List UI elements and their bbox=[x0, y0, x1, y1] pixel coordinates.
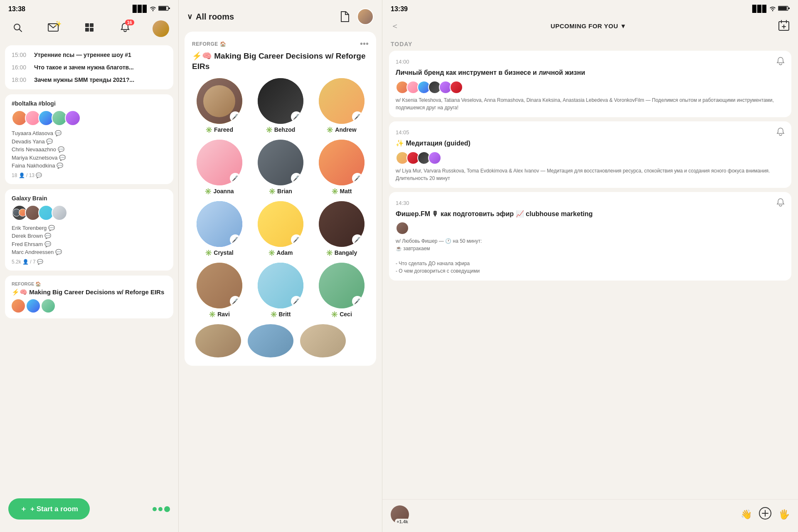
right-time: 13:39 bbox=[391, 5, 408, 13]
speaker-behzod[interactable]: 🎤 ✳️ Behzod bbox=[253, 78, 308, 133]
speaker-name-behzod: ✳️ Behzod bbox=[266, 126, 296, 133]
room-club-name: REFORGE 🏠 bbox=[192, 41, 226, 47]
calendar-add-button[interactable] bbox=[778, 20, 790, 32]
left-bottom-bar: ＋ + Start a room bbox=[0, 492, 178, 532]
bell-icon-event-2[interactable] bbox=[776, 127, 785, 138]
schedule-item[interactable]: 18:00 Зачем нужны SMM тренды 2021?... bbox=[5, 74, 173, 86]
upcoming-title-button[interactable]: UPCOMING FOR YOU ▼ bbox=[551, 22, 627, 30]
hand-button[interactable]: 🖐 bbox=[778, 509, 790, 520]
speaker-ceci[interactable]: 🎤 ✳️ Ceci bbox=[314, 263, 369, 318]
speaker-name-joanna: ✳️ Joanna bbox=[204, 188, 234, 195]
speaker-brian[interactable]: 🎤 ✳️ Brian bbox=[253, 140, 308, 195]
plus-button[interactable] bbox=[759, 507, 772, 522]
start-room-button[interactable]: ＋ + Start a room bbox=[8, 498, 90, 520]
svg-rect-2 bbox=[169, 7, 170, 9]
boltalka-title: #boltalka #blogi bbox=[12, 100, 167, 107]
left-avatar[interactable] bbox=[152, 20, 170, 38]
schedule-item[interactable]: 15:00 Утренние псы — утреннее шоу #1 bbox=[5, 49, 173, 61]
middle-panel: ∨ All rooms REFORGE 🏠 ••• ⚡🧠 Making Big … bbox=[179, 0, 382, 532]
mic-icon: 🎤 bbox=[291, 296, 302, 307]
speakers-grid: 🎤 ✳️ Fareed 🎤 ✳️ Behzod bbox=[192, 78, 369, 318]
event-title-1: Личный бренд как инструмент в бизнесе и … bbox=[396, 69, 785, 77]
search-button[interactable] bbox=[8, 20, 27, 38]
reforge-room-title: ⚡🧠 Making Big Career Decisions w/ Reforg… bbox=[12, 288, 167, 296]
bell-icon-event-3[interactable] bbox=[776, 198, 785, 208]
wifi-icon bbox=[149, 5, 157, 13]
schedule-item[interactable]: 16:00 Что такое и зачем нужна благотв... bbox=[5, 61, 173, 74]
event-desc-1: w/ Ksenia Teleshova, Tatiana Veselova, A… bbox=[396, 96, 785, 111]
event-card-3[interactable]: 14:30 Фишер.FM 🎙 как подготовить эфир 📈 … bbox=[389, 192, 791, 281]
event-card-1[interactable]: 14:00 Личный бренд как инструмент в бизн… bbox=[389, 51, 791, 117]
mail-button[interactable]: ✨ bbox=[44, 20, 62, 38]
start-room-label: + Start a room bbox=[30, 505, 78, 513]
room-card[interactable]: REFORGE 🏠 ••• ⚡🧠 Making Big Career Decis… bbox=[185, 32, 376, 366]
speaker-crystal[interactable]: 🎤 ✳️ Crystal bbox=[192, 201, 246, 256]
speaker-extra-2 bbox=[248, 324, 293, 357]
svg-rect-1 bbox=[159, 7, 166, 10]
galaxy-title: Galaxy Brain bbox=[12, 195, 167, 202]
event-card-2[interactable]: 14:05 ✨ Медитация (guided) w/ Liya Mur, … bbox=[389, 121, 791, 188]
right-signal-icon: ▊▊▊ bbox=[752, 5, 767, 13]
boltalka-avatars bbox=[12, 110, 167, 126]
speaker-name-ceci: ✳️ Ceci bbox=[331, 311, 352, 318]
svg-rect-11 bbox=[778, 7, 787, 10]
galaxy-names: Erik Torenberg 💬 Derek Brown 💬 Fred Ehrs… bbox=[12, 224, 167, 256]
dots-menu[interactable] bbox=[153, 506, 170, 512]
boltalka-names: Tuyaara Atlasova 💬 Devadis Yana 💬 Chris … bbox=[12, 129, 167, 170]
speaker-fareed[interactable]: 🎤 ✳️ Fareed bbox=[192, 78, 246, 133]
event-time-2: 14:05 bbox=[396, 127, 785, 138]
left-panel: 13:38 ▊▊▊ ✨ bbox=[0, 0, 179, 532]
event-title-2: ✨ Медитация (guided) bbox=[396, 139, 785, 148]
schedule-time-2: 16:00 bbox=[12, 64, 29, 71]
speaker-joanna[interactable]: 🎤 ✳️ Joanna bbox=[192, 140, 246, 195]
reforge-avatars bbox=[12, 299, 167, 313]
speaker-bangaly[interactable]: 🎤 ✳️ Bangaly bbox=[314, 201, 369, 256]
all-rooms-button[interactable]: ∨ All rooms bbox=[187, 12, 234, 22]
reforge-preview-card[interactable]: REFORGE 🏠 ⚡🧠 Making Big Career Decisions… bbox=[5, 276, 173, 318]
speaker-adam[interactable]: 🎤 ✳️ Adam bbox=[253, 201, 308, 256]
left-status-icons: ▊▊▊ bbox=[133, 5, 170, 13]
middle-avatar[interactable] bbox=[357, 8, 374, 25]
event-desc-3: w/ Любовь Фишер — 🕐 на 50 минут: ☕ завтр… bbox=[396, 237, 785, 275]
bell-button[interactable]: 16 bbox=[116, 20, 134, 38]
speaker-ravi[interactable]: 🎤 ✳️ Ravi bbox=[192, 263, 246, 318]
galaxy-stats: 5.2k 👤 / 7 💬 bbox=[12, 259, 167, 265]
action-icons: 👋 🖐 bbox=[741, 507, 790, 522]
mic-icon: 🎤 bbox=[291, 173, 302, 184]
event-time-1: 14:00 bbox=[396, 57, 785, 67]
speaker-andrew[interactable]: 🎤 ✳️ Andrew bbox=[314, 78, 369, 133]
dot-2 bbox=[158, 507, 163, 511]
event-avatars-3 bbox=[396, 222, 785, 235]
all-rooms-label: All rooms bbox=[196, 12, 234, 22]
mic-icon: 🎤 bbox=[352, 234, 363, 245]
room-more-button[interactable]: ••• bbox=[360, 39, 369, 49]
speaker-matt[interactable]: 🎤 ✳️ Matt bbox=[314, 140, 369, 195]
right-panel: 13:39 ▊▊▊ ＜ UPCOMING FOR YOU ▼ TODAY 14:… bbox=[382, 0, 798, 532]
document-icon-button[interactable] bbox=[337, 9, 352, 24]
schedule-title-1: Утренние псы — утреннее шоу #1 bbox=[34, 52, 131, 58]
schedule-time-3: 18:00 bbox=[12, 76, 29, 83]
event-title-3: Фишер.FM 🎙 как подготовить эфир 📈 clubho… bbox=[396, 210, 785, 219]
svg-line-4 bbox=[20, 30, 22, 32]
bell-icon-event-1[interactable] bbox=[776, 57, 785, 67]
speaker-name-crystal: ✳️ Crystal bbox=[205, 249, 233, 256]
left-status-bar: 13:38 ▊▊▊ bbox=[0, 0, 178, 16]
back-button[interactable]: ＜ bbox=[391, 20, 399, 32]
grid-button[interactable] bbox=[80, 20, 99, 38]
signal-icon: ▊▊▊ bbox=[133, 5, 148, 13]
speaker-name-britt: ✳️ Britt bbox=[270, 311, 291, 318]
wave-button[interactable]: 👋 bbox=[741, 509, 752, 520]
event-desc-2: w/ Liya Mur, Varvara Russkova, Toma Evdo… bbox=[396, 167, 785, 182]
boltalka-chat-card[interactable]: #boltalka #blogi Tuyaara Atlasova 💬 Deva… bbox=[5, 94, 173, 184]
speaker-britt[interactable]: 🎤 ✳️ Britt bbox=[253, 263, 308, 318]
mic-icon: 🎤 bbox=[230, 296, 241, 307]
right-battery-icon bbox=[778, 5, 790, 13]
left-time: 13:38 bbox=[8, 5, 25, 13]
right-status-bar: 13:39 ▊▊▊ bbox=[382, 0, 798, 16]
speaker-name-bangaly: ✳️ Bangaly bbox=[326, 249, 357, 256]
mic-icon: 🎤 bbox=[230, 234, 241, 245]
galaxy-chat-card[interactable]: Galaxy Brain Erik Torenberg 💬 Derek Brow… bbox=[5, 189, 173, 271]
speaker-extra-1 bbox=[195, 324, 241, 357]
boltalka-stats: 18 👤 / 13 💬 bbox=[12, 172, 167, 178]
room-title: ⚡🧠 Making Big Career Decisions w/ Reforg… bbox=[192, 51, 369, 71]
